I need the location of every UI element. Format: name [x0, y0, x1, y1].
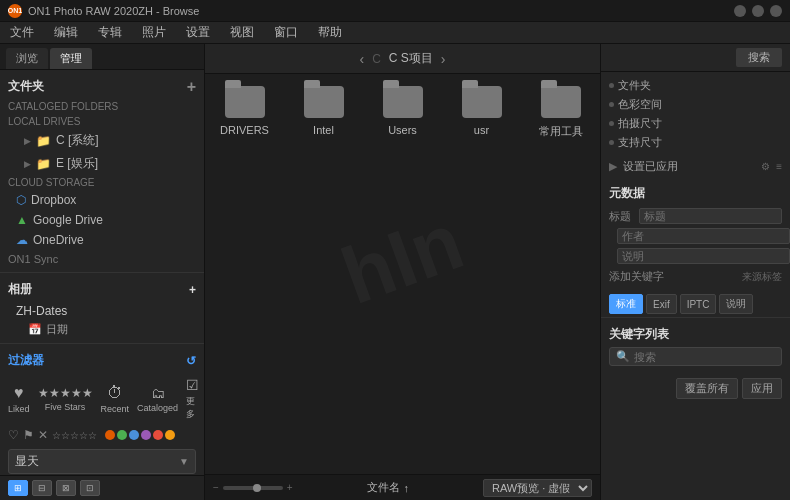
- right-panel-top: 搜索: [601, 44, 790, 72]
- exif-btn-desc[interactable]: 说明: [719, 294, 753, 314]
- add-folder-button[interactable]: +: [187, 79, 196, 95]
- color-dot-yellow[interactable]: [165, 430, 175, 440]
- zh-dates[interactable]: ZH-Dates: [0, 302, 204, 320]
- filter-refresh-button[interactable]: ↺: [186, 354, 196, 368]
- view-button-list[interactable]: ⊟: [32, 480, 52, 496]
- file-grid: DRIVERS Intel Users: [205, 74, 600, 474]
- filter-recent[interactable]: ⏱ Recent: [101, 384, 130, 414]
- cataloged-folders-label: Cataloged Folders: [0, 99, 204, 114]
- sort-control[interactable]: 文件名 ↑: [367, 480, 410, 495]
- menu-album[interactable]: 专辑: [94, 22, 126, 43]
- titlebar-left: ON1 ON1 Photo RAW 2020ZH - Browse: [8, 4, 199, 18]
- file-name-tools: 常用工具: [539, 124, 583, 139]
- file-item-drivers[interactable]: DRIVERS: [215, 84, 274, 139]
- file-item-tools[interactable]: 常用工具: [531, 84, 590, 139]
- folder-icon-usr: [462, 84, 502, 120]
- drive-e[interactable]: ▶ 📁 E [娱乐]: [0, 152, 204, 175]
- apply-button[interactable]: 应用: [742, 378, 782, 399]
- date-sub-label: 日期: [46, 322, 68, 337]
- zoom-slider[interactable]: [223, 486, 283, 490]
- exif-btn-iptc[interactable]: IPTC: [680, 294, 717, 314]
- nav-path: C S项目: [389, 50, 433, 67]
- file-name-usr: usr: [474, 124, 489, 136]
- settings-icon[interactable]: ⚙: [761, 161, 770, 172]
- filter-recent-label: Recent: [101, 404, 130, 414]
- filter-liked[interactable]: ♥ Liked: [8, 384, 30, 414]
- cloud-onedrive[interactable]: ☁ OneDrive: [0, 230, 204, 250]
- info-folder: 文件夹: [609, 76, 782, 95]
- color-dot-orange[interactable]: [105, 430, 115, 440]
- zoom-in-icon[interactable]: +: [287, 482, 293, 493]
- dropbox-icon: ⬡: [16, 193, 26, 207]
- meta-title-input[interactable]: [639, 208, 782, 224]
- file-name-drivers: DRIVERS: [220, 124, 269, 136]
- color-dot-green[interactable]: [117, 430, 127, 440]
- dot-folder: [609, 83, 614, 88]
- sidebar: 浏览 管理 文件夹 + Cataloged Folders Local Driv…: [0, 44, 205, 500]
- exif-buttons-row: 标准 Exif IPTC 说明: [601, 291, 790, 317]
- metadata-section: 元数据 标题 添加关键字 来源标签: [601, 177, 790, 291]
- file-item-users[interactable]: Users: [373, 84, 432, 139]
- color-dot-purple[interactable]: [141, 430, 151, 440]
- tab-manage[interactable]: 管理: [50, 48, 92, 69]
- rating-heart-icon[interactable]: ♡: [8, 428, 19, 442]
- menu-file[interactable]: 文件: [6, 22, 38, 43]
- nav-forward-button[interactable]: ›: [441, 51, 446, 67]
- meta-author-input[interactable]: [617, 228, 790, 244]
- sidebar-divider-1: [0, 272, 204, 273]
- cloud-storage-label: Cloud Storage: [0, 175, 204, 190]
- tab-browse[interactable]: 浏览: [6, 48, 48, 69]
- apply-all-button[interactable]: 覆盖所有: [676, 378, 738, 399]
- sort-direction-icon: ↑: [404, 482, 410, 494]
- exif-btn-exif[interactable]: Exif: [646, 294, 677, 314]
- info-folder-label: 文件夹: [618, 78, 651, 93]
- rating-x-icon[interactable]: ✕: [38, 428, 48, 442]
- filter-five-stars-label: Five Stars: [45, 402, 86, 412]
- filter-five-stars[interactable]: ★★★★★ Five Stars: [38, 386, 93, 412]
- minimize-button[interactable]: [734, 5, 746, 17]
- exif-btn-standard[interactable]: 标准: [609, 294, 643, 314]
- filter-more[interactable]: ☑ 更多: [186, 377, 199, 421]
- dropbox-label: Dropbox: [31, 193, 76, 207]
- folder-section-header: 文件夹 +: [0, 74, 204, 99]
- menu-window[interactable]: 窗口: [270, 22, 302, 43]
- menu-photo[interactable]: 照片: [138, 22, 170, 43]
- color-dot-red[interactable]: [153, 430, 163, 440]
- color-dot-blue[interactable]: [129, 430, 139, 440]
- file-item-intel[interactable]: Intel: [294, 84, 353, 139]
- settings-list-icon[interactable]: ≡: [776, 161, 782, 172]
- menu-bar: 文件 编辑 专辑 照片 设置 视图 窗口 帮助: [0, 22, 790, 44]
- meta-tag-row: 添加关键字 来源标签: [609, 266, 782, 287]
- menu-edit[interactable]: 编辑: [50, 22, 82, 43]
- folder-icon-e: 📁: [36, 157, 51, 171]
- nav-back-button[interactable]: ‹: [359, 51, 364, 67]
- view-button-detail[interactable]: ⊠: [56, 480, 76, 496]
- keyword-search-box: 🔍: [609, 347, 782, 366]
- expand-icon-c: ▶: [24, 136, 31, 146]
- file-item-usr[interactable]: usr: [452, 84, 511, 139]
- menu-settings[interactable]: 设置: [182, 22, 214, 43]
- add-album-button[interactable]: +: [189, 283, 196, 297]
- settings-row[interactable]: ▶ 设置已应用 ⚙ ≡: [601, 156, 790, 177]
- drive-c[interactable]: ▶ 📁 C [系统]: [0, 129, 204, 152]
- maximize-button[interactable]: [752, 5, 764, 17]
- rating-flag-icon[interactable]: ⚑: [23, 428, 34, 442]
- view-button-grid[interactable]: ⊞: [8, 480, 28, 496]
- display-dropdown[interactable]: 显天 ▼: [8, 449, 196, 474]
- close-button[interactable]: [770, 5, 782, 17]
- date-sub[interactable]: 📅 日期: [0, 320, 204, 339]
- menu-view[interactable]: 视图: [226, 22, 258, 43]
- meta-title-label: 标题: [609, 209, 631, 224]
- right-search-button[interactable]: 搜索: [736, 48, 782, 67]
- cloud-dropbox[interactable]: ⬡ Dropbox: [0, 190, 204, 210]
- menu-help[interactable]: 帮助: [314, 22, 346, 43]
- meta-desc-input[interactable]: [617, 248, 790, 264]
- zoom-slider-wrap: − +: [213, 482, 293, 493]
- filter-cataloged[interactable]: 🗂 Cataloged: [137, 385, 178, 413]
- view-button-compare[interactable]: ⊡: [80, 480, 100, 496]
- zoom-out-icon[interactable]: −: [213, 482, 219, 493]
- raw-select[interactable]: RAW预览 · 虚假: [483, 479, 592, 497]
- cloud-google-drive[interactable]: ▲ Google Drive: [0, 210, 204, 230]
- keyword-search-input[interactable]: [634, 351, 775, 363]
- google-drive-icon: ▲: [16, 213, 28, 227]
